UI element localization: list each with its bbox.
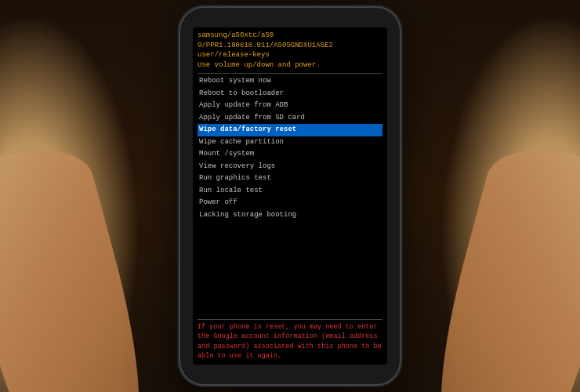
scene: samsung/a50xtc/a50 9/PPR1.180610.011/A50… [0, 0, 580, 392]
header-line-3: user/release-keys [198, 50, 382, 60]
header-line-2: 9/PPR1.180610.011/A505GNDXU1ASE2 [198, 41, 382, 51]
menu-item[interactable]: Run graphics test [198, 172, 382, 185]
menu-item[interactable]: Reboot system now [198, 75, 382, 88]
recovery-ui: samsung/a50xtc/a50 9/PPR1.180610.011/A50… [193, 27, 387, 365]
header-line-1: samsung/a50xtc/a50 [198, 31, 382, 41]
header-section: samsung/a50xtc/a50 9/PPR1.180610.011/A50… [198, 31, 382, 70]
menu-item[interactable]: Run locale test [198, 185, 382, 198]
menu-item[interactable]: Wipe data/factory reset [198, 124, 382, 136]
menu-item[interactable]: Power off [198, 197, 382, 209]
warning-text: If your phone is reset, you may need to … [198, 323, 382, 361]
menu-item[interactable]: Lacking storage booting [198, 209, 382, 222]
phone-screen: samsung/a50xtc/a50 9/PPR1.180610.011/A50… [193, 27, 387, 365]
menu-item[interactable]: Reboot to bootloader [198, 88, 382, 100]
menu-section: Reboot system nowReboot to bootloaderApp… [198, 75, 382, 317]
header-line-4: Use volume up/down and power. [198, 60, 382, 71]
menu-item[interactable]: Mount /system [198, 148, 382, 161]
warning-section: If your phone is reset, you may need to … [198, 319, 382, 361]
divider-top [198, 73, 382, 74]
menu-item[interactable]: Apply update from ADB [198, 100, 382, 112]
menu-item[interactable]: Apply update from SD card [198, 112, 382, 125]
menu-item[interactable]: View recovery logs [198, 161, 382, 173]
phone: samsung/a50xtc/a50 9/PPR1.180610.011/A50… [180, 8, 400, 384]
menu-item[interactable]: Wipe cache partition [198, 136, 382, 149]
